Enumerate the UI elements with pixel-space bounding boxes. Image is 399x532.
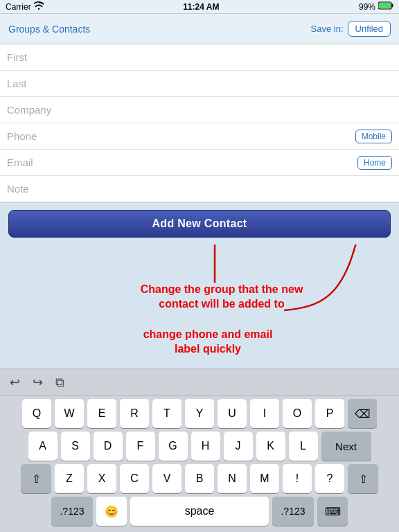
email-tag-button[interactable]: Home	[357, 156, 392, 170]
annotation-change-label-text: change phone and email label quickly	[143, 328, 273, 355]
save-in-area: Save in: Unfiled	[311, 21, 391, 37]
key-y[interactable]: Y	[185, 399, 214, 428]
annotation-change-group-text: Change the group that the new contact wi…	[141, 283, 303, 310]
keyboard: ↩ ↪ ⧉ Q W E R T Y U I O P ⌫ A S D F G H …	[0, 369, 399, 532]
field-company	[0, 97, 399, 123]
key-k[interactable]: K	[256, 432, 285, 461]
key-v[interactable]: V	[152, 464, 181, 493]
key-i[interactable]: I	[250, 399, 279, 428]
save-in-button[interactable]: Unfiled	[348, 21, 391, 37]
nav-title: Groups & Contacts	[8, 24, 90, 35]
last-input[interactable]	[7, 78, 392, 89]
svg-rect-2	[379, 3, 391, 8]
add-contact-button[interactable]: Add New Contact	[8, 210, 391, 238]
key-h[interactable]: H	[191, 432, 220, 461]
field-note	[0, 176, 399, 202]
key-c[interactable]: C	[120, 464, 149, 493]
add-button-row: Add New Contact	[0, 203, 399, 245]
key-question[interactable]: ?	[315, 464, 344, 493]
key-g[interactable]: G	[159, 432, 188, 461]
right-shift-key[interactable]: ⇧	[348, 464, 378, 493]
annotation-change-label: change phone and email label quickly	[132, 328, 284, 357]
status-left: Carrier	[6, 1, 44, 12]
key-l[interactable]: L	[289, 432, 318, 461]
key-w[interactable]: W	[55, 399, 84, 428]
svg-rect-1	[391, 4, 393, 8]
key-e[interactable]: E	[87, 399, 116, 428]
redo-button[interactable]: ↪	[30, 373, 46, 391]
phone-input[interactable]	[7, 130, 351, 142]
key-q[interactable]: Q	[22, 399, 51, 428]
key-row-2: A S D F G H J K L Next	[3, 432, 396, 461]
email-input[interactable]	[7, 157, 353, 168]
key-z[interactable]: Z	[55, 464, 84, 493]
numbers-left-key[interactable]: .?123	[51, 497, 93, 526]
key-x[interactable]: X	[87, 464, 116, 493]
form-area: Mobile Home	[0, 44, 399, 203]
status-right: 99%	[359, 1, 393, 12]
first-input[interactable]	[7, 51, 392, 63]
nav-bar: Groups & Contacts Save in: Unfiled	[0, 14, 399, 44]
key-f[interactable]: F	[126, 432, 155, 461]
key-p[interactable]: P	[315, 399, 344, 428]
carrier-label: Carrier	[6, 2, 31, 12]
backspace-key[interactable]: ⌫	[348, 399, 377, 428]
keyboard-icon-key[interactable]: ⌨	[317, 497, 348, 526]
key-m[interactable]: M	[250, 464, 279, 493]
company-input[interactable]	[7, 104, 392, 116]
key-t[interactable]: T	[152, 399, 181, 428]
field-email: Home	[0, 150, 399, 176]
annotation-change-group: Change the group that the new contact wi…	[135, 283, 308, 312]
key-row-4: .?123 😊 space .?123 ⌨	[3, 497, 396, 526]
field-phone: Mobile	[0, 123, 399, 150]
status-bar: Carrier 11:24 AM 99%	[0, 0, 399, 14]
key-row-3: ⇧ Z X C V B N M ! ? ⇧	[3, 464, 396, 493]
key-r[interactable]: R	[120, 399, 149, 428]
key-o[interactable]: O	[283, 399, 312, 428]
key-b[interactable]: B	[185, 464, 214, 493]
numbers-right-key[interactable]: .?123	[272, 497, 314, 526]
key-u[interactable]: U	[218, 399, 247, 428]
phone-tag-button[interactable]: Mobile	[355, 130, 392, 143]
paste-button[interactable]: ⧉	[53, 374, 67, 391]
key-row-1: Q W E R T Y U I O P ⌫	[3, 399, 396, 428]
key-a[interactable]: A	[28, 432, 57, 461]
key-j[interactable]: J	[224, 432, 253, 461]
wifi-icon	[34, 1, 44, 12]
emoji-key[interactable]: 😊	[96, 497, 127, 526]
save-in-label: Save in:	[311, 24, 344, 34]
key-s[interactable]: S	[61, 432, 90, 461]
space-key[interactable]: space	[130, 497, 269, 526]
keyboard-rows: Q W E R T Y U I O P ⌫ A S D F G H J K L …	[0, 396, 399, 532]
undo-button[interactable]: ↩	[7, 373, 23, 391]
left-shift-key[interactable]: ⇧	[21, 464, 51, 493]
field-first	[0, 44, 399, 71]
note-input[interactable]	[7, 183, 392, 195]
next-key[interactable]: Next	[321, 432, 371, 461]
keyboard-toolbar: ↩ ↪ ⧉	[0, 369, 399, 396]
battery-icon	[378, 1, 393, 12]
field-last	[0, 71, 399, 97]
key-d[interactable]: D	[94, 432, 123, 461]
status-time: 11:24 AM	[183, 2, 219, 12]
battery-label: 99%	[359, 2, 375, 12]
key-exclaim[interactable]: !	[283, 464, 312, 493]
key-n[interactable]: N	[218, 464, 247, 493]
annotation-area: Change the group that the new contact wi…	[0, 245, 399, 383]
